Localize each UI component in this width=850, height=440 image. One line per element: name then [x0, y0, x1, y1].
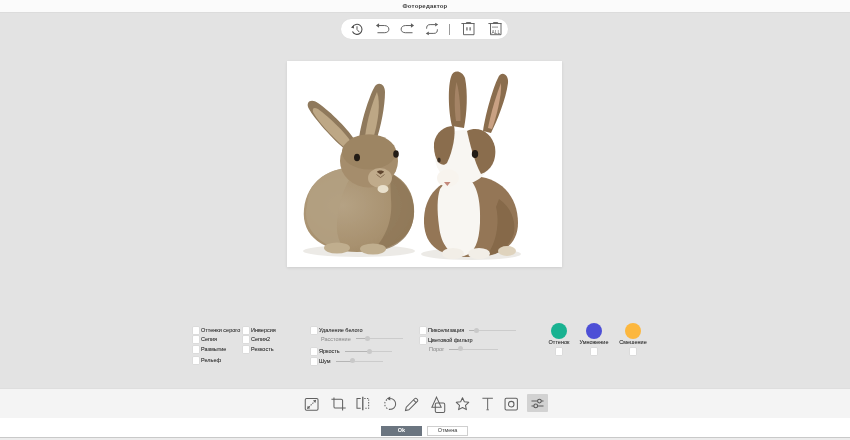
svg-text:ALL: ALL: [491, 30, 500, 35]
